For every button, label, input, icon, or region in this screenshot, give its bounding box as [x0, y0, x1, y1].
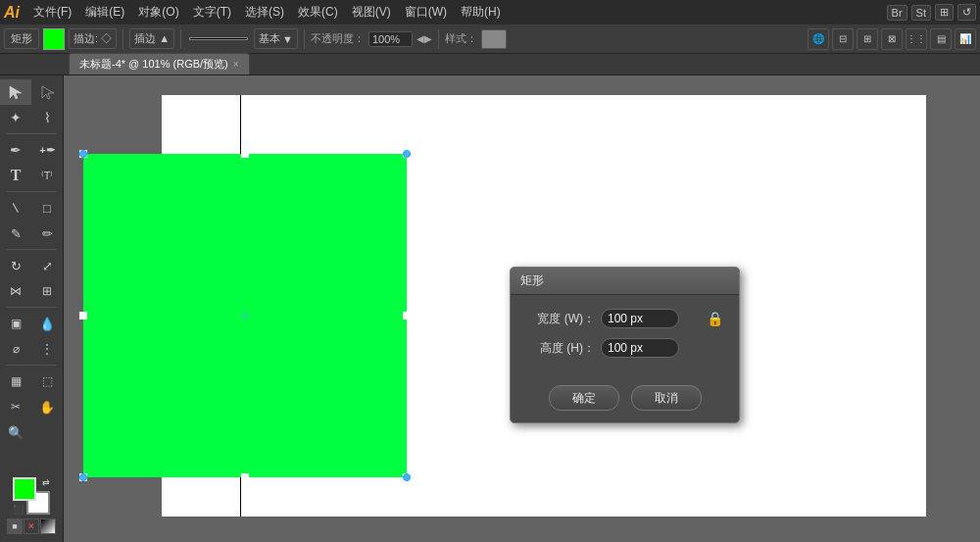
circle-handle-bl[interactable] — [79, 473, 87, 481]
tab-close-btn[interactable]: × — [233, 59, 239, 70]
direct-select-tool-btn[interactable] — [31, 79, 63, 105]
width-label: 宽度 (W)： — [526, 311, 595, 327]
menu-right-icons: Br St ⊞ ↺ — [887, 4, 976, 21]
opacity-arrow[interactable]: ◀▶ — [416, 33, 432, 44]
style-swatch[interactable] — [481, 29, 507, 49]
sync-icon[interactable]: ↺ — [957, 4, 976, 21]
toolbar-sep-3 — [304, 29, 305, 49]
rotate-btn[interactable]: ↻ — [0, 253, 31, 278]
chart-icon-btn[interactable]: 📊 — [955, 28, 976, 50]
arrange-btn-4[interactable]: ⋮⋮ — [906, 28, 927, 50]
menu-edit[interactable]: 编辑(E) — [79, 2, 130, 23]
fg-bg-color-area: ⇄ ⬛ — [13, 477, 50, 515]
grad-mode-btn[interactable] — [40, 518, 56, 534]
menu-window[interactable]: 窗口(W) — [399, 2, 453, 23]
graph-btn[interactable]: ▦ — [0, 369, 31, 394]
color-boxes: ⇄ ⬛ ■ ✕ — [3, 473, 60, 538]
stroke-line-preview — [189, 37, 248, 40]
tool-row-1 — [0, 79, 63, 105]
eyedropper-btn[interactable]: 💧 — [31, 311, 63, 336]
document-tab[interactable]: 未标题-4* @ 101% (RGB/预览) × — [69, 53, 250, 74]
width-input[interactable] — [601, 309, 679, 328]
paintbrush-btn[interactable]: ✎ — [0, 221, 31, 246]
menu-help[interactable]: 帮助(H) — [455, 2, 507, 23]
tool-row-7: ↻ ⤢ — [0, 253, 63, 278]
handle-mid-right[interactable] — [403, 312, 411, 320]
stroke-style-dropdown[interactable]: 基本 ▼ — [254, 28, 298, 49]
shape-label: 矩形 — [4, 28, 39, 49]
dialog-title-bar[interactable]: 矩形 — [511, 268, 739, 295]
spray-btn[interactable]: ⋮ — [31, 336, 63, 362]
handle-mid-left[interactable] — [79, 312, 87, 320]
menu-type[interactable]: 文字(T) — [187, 2, 237, 23]
menu-object[interactable]: 对象(O) — [132, 2, 184, 23]
pencil-btn[interactable]: ✏ — [31, 221, 63, 246]
stock-icon[interactable]: St — [911, 5, 931, 21]
menu-select[interactable]: 选择(S) — [239, 2, 290, 23]
apps-icon[interactable]: ⊞ — [935, 4, 954, 21]
lock-icon[interactable]: 🔒 — [707, 311, 723, 326]
circle-handle-br[interactable] — [403, 473, 411, 481]
insert-dropdown[interactable]: 插边 ▲ — [129, 28, 174, 49]
opacity-input[interactable] — [368, 31, 413, 47]
height-row: 高度 (H)： — [526, 338, 723, 358]
select-tool-btn[interactable] — [0, 79, 31, 105]
magic-wand-btn[interactable]: ✦ — [0, 105, 31, 130]
circle-handle-tl[interactable] — [79, 150, 87, 158]
arrange-btn-5[interactable]: ▤ — [930, 28, 952, 50]
bridge-icon[interactable]: Br — [887, 5, 907, 21]
slice-btn[interactable]: ✂ — [0, 394, 31, 419]
fill-mode-btn[interactable]: ■ — [7, 518, 23, 534]
scale-btn[interactable]: ⤢ — [31, 253, 63, 278]
vertical-type-btn[interactable]: ⁽T⁾ — [31, 163, 63, 188]
hand-btn[interactable]: ✋ — [31, 394, 63, 419]
globe-icon-btn[interactable]: 🌐 — [808, 28, 829, 50]
height-input[interactable] — [601, 338, 679, 358]
selected-rectangle[interactable] — [83, 154, 407, 477]
zoom-btn[interactable]: 🔍 — [0, 419, 31, 445]
toolbar-sep-2 — [180, 29, 181, 49]
left-sep-1 — [6, 133, 56, 134]
tool-row-6: ✎ ✏ — [0, 221, 63, 246]
gradient-btn[interactable]: ▣ — [0, 311, 31, 336]
add-anchor-btn[interactable]: +✒ — [31, 137, 63, 163]
insert-label: 插边 ▲ — [134, 31, 170, 46]
arrange-btn-1[interactable]: ⊟ — [832, 28, 854, 50]
arrange-btn-2[interactable]: ⊞ — [857, 28, 878, 50]
handle-top-mid[interactable] — [241, 150, 249, 158]
menu-view[interactable]: 视图(V) — [346, 2, 397, 23]
type-btn[interactable]: T — [0, 163, 31, 188]
tab-label: 未标题-4* @ 101% (RGB/预览) — [79, 57, 228, 72]
swap-colors-icon[interactable]: ⇄ — [42, 477, 50, 487]
blend-btn[interactable]: ⋈ — [0, 278, 31, 304]
rect-btn[interactable]: □ — [31, 195, 63, 221]
color-modes: ■ ✕ — [7, 518, 56, 534]
menu-file[interactable]: 文件(F) — [27, 2, 77, 23]
tool-row-5: / □ — [0, 195, 63, 221]
measure-btn[interactable]: ⌀ — [0, 336, 31, 362]
stroke-style-label: 基本 — [259, 31, 280, 46]
circle-handle-tr[interactable] — [403, 150, 411, 158]
canvas-area[interactable]: 矩形 宽度 (W)： 🔒 高度 (H)： 确定 取消 — [64, 75, 980, 542]
mesh-btn[interactable]: ⊞ — [31, 278, 63, 304]
artboard-btn[interactable]: ⬚ — [31, 369, 63, 394]
arrange-btn-3[interactable]: ⊠ — [881, 28, 903, 50]
lasso-btn[interactable]: ⌇ — [31, 105, 63, 130]
menu-effect[interactable]: 效果(C) — [292, 2, 344, 23]
none-mode-btn[interactable]: ✕ — [24, 518, 39, 534]
stroke-dropdown-label: 描边: ◇ — [74, 31, 112, 46]
default-colors-icon[interactable]: ⬛ — [13, 505, 24, 515]
app-logo: Ai — [4, 4, 20, 22]
tool-row-11: ▦ ⬚ — [0, 369, 63, 394]
fg-color-box[interactable] — [13, 477, 36, 501]
cancel-button[interactable]: 取消 — [631, 385, 702, 411]
pen-btn[interactable]: ✒ — [0, 137, 31, 163]
confirm-button[interactable]: 确定 — [549, 385, 619, 411]
stroke-dropdown[interactable]: 描边: ◇ — [69, 28, 117, 49]
line-btn[interactable]: / — [0, 195, 31, 221]
fill-color-swatch[interactable] — [43, 28, 65, 50]
left-toolbar: ✦ ⌇ ✒ +✒ T ⁽T⁾ / — [0, 75, 64, 542]
center-point — [242, 313, 248, 319]
left-sep-5 — [6, 365, 56, 366]
handle-bot-mid[interactable] — [241, 473, 249, 481]
